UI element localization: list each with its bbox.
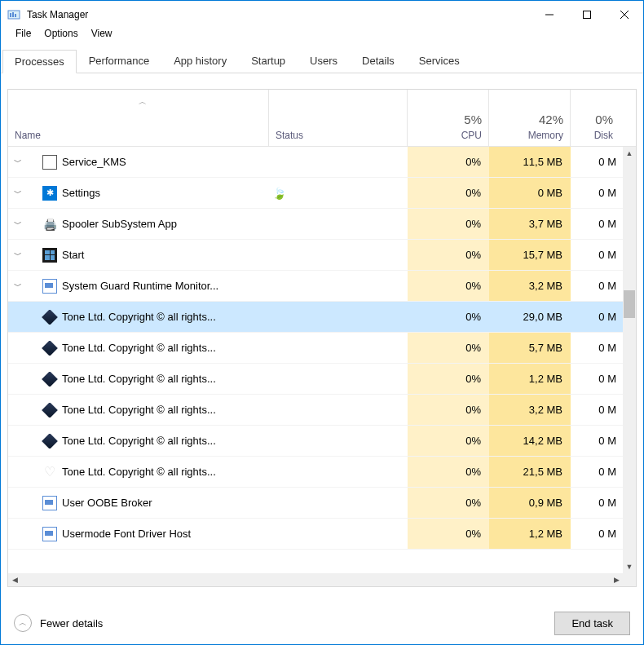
tab-users[interactable]: Users xyxy=(298,49,350,73)
table-row[interactable]: ﹀Start0%15,7 MB0 M xyxy=(8,240,623,271)
scroll-left-icon[interactable]: ◀ xyxy=(8,573,21,586)
expand-icon[interactable]: ﹀ xyxy=(13,219,23,230)
leaf-icon: 🍃 xyxy=(272,187,286,200)
settings-icon: ✱ xyxy=(42,186,57,201)
printer-icon: 🖨️ xyxy=(42,217,57,232)
column-name-label: Name xyxy=(15,130,262,141)
process-name: Tone Ltd. Copyright © all rights... xyxy=(62,466,216,478)
cell-cpu: 0% xyxy=(408,488,489,518)
cell-name: ♡Tone Ltd. Copyright © all rights... xyxy=(8,465,269,479)
vertical-scrollbar[interactable]: ▲ ▼ xyxy=(623,147,636,573)
cell-cpu: 0% xyxy=(408,395,489,425)
close-button[interactable] xyxy=(606,1,643,28)
process-name: User OOBE Broker xyxy=(62,497,152,509)
table-row[interactable]: ♡Tone Ltd. Copyright © all rights...0%21… xyxy=(8,457,623,488)
expand-icon[interactable]: ﹀ xyxy=(13,281,23,292)
cell-cpu: 0% xyxy=(408,209,489,239)
column-cpu[interactable]: 5% CPU xyxy=(408,90,489,146)
menu-view[interactable]: View xyxy=(85,28,119,44)
table-row[interactable]: Tone Ltd. Copyright © all rights...0%14,… xyxy=(8,426,623,457)
table-row[interactable]: Tone Ltd. Copyright © all rights...0%3,2… xyxy=(8,395,623,426)
titlebar: Task Manager xyxy=(1,1,643,28)
cell-name: ﹀🖨️Spooler SubSystem App xyxy=(8,217,269,232)
column-memory-pct: 42% xyxy=(539,113,563,126)
chevron-up-icon: ︿ xyxy=(14,614,32,632)
table-row[interactable]: User OOBE Broker0%0,9 MB0 M xyxy=(8,488,623,519)
maximize-button[interactable] xyxy=(568,1,606,28)
table-row[interactable]: Tone Ltd. Copyright © all rights...0%5,7… xyxy=(8,333,623,364)
tab-processes[interactable]: Processes xyxy=(2,50,77,73)
process-name: System Guard Runtime Monitor... xyxy=(62,280,218,292)
cell-disk: 0 M xyxy=(571,147,620,177)
table-header: ︿ Name Status 5% CPU 42% Memory 0% Disk xyxy=(8,90,636,147)
cell-cpu: 0% xyxy=(408,333,489,363)
fewer-details-label: Fewer details xyxy=(40,617,103,630)
cell-disk: 0 M xyxy=(571,519,620,549)
scroll-down-icon[interactable]: ▼ xyxy=(623,560,636,573)
process-name: Settings xyxy=(62,187,100,199)
process-name: Spooler SubSystem App xyxy=(62,218,177,230)
cell-memory: 14,2 MB xyxy=(489,426,571,456)
cell-disk: 0 M xyxy=(571,488,620,518)
cell-cpu: 0% xyxy=(408,364,489,394)
horizontal-scrollbar[interactable]: ◀ ▶ xyxy=(8,573,623,586)
column-disk-pct: 0% xyxy=(595,113,613,126)
column-status[interactable]: Status xyxy=(269,90,408,146)
cell-cpu: 0% xyxy=(408,271,489,301)
scroll-thumb[interactable] xyxy=(624,290,635,318)
table-row[interactable]: ﹀✱Settings🍃0%0 MB0 M xyxy=(8,178,623,209)
cell-cpu: 0% xyxy=(408,240,489,270)
column-memory[interactable]: 42% Memory xyxy=(489,90,571,146)
table-row[interactable]: ﹀🖨️Spooler SubSystem App0%3,7 MB0 M xyxy=(8,209,623,240)
tab-performance[interactable]: Performance xyxy=(77,49,161,73)
process-name: Tone Ltd. Copyright © all rights... xyxy=(62,435,216,447)
cell-memory: 21,5 MB xyxy=(489,457,571,487)
cell-memory: 15,7 MB xyxy=(489,240,571,270)
cell-name: Usermode Font Driver Host xyxy=(8,527,269,541)
tab-services[interactable]: Services xyxy=(407,49,472,73)
process-name: Start xyxy=(62,249,84,261)
tab-details[interactable]: Details xyxy=(350,49,407,73)
process-name: Tone Ltd. Copyright © all rights... xyxy=(62,404,216,416)
cell-disk: 0 M xyxy=(571,240,620,270)
expand-icon[interactable]: ﹀ xyxy=(13,188,23,199)
cell-name: Tone Ltd. Copyright © all rights... xyxy=(8,310,269,325)
fewer-details-button[interactable]: ︿ Fewer details xyxy=(14,614,103,632)
cell-name: ﹀Service_KMS xyxy=(8,155,269,170)
cell-memory: 3,7 MB xyxy=(489,209,571,239)
tab-startup[interactable]: Startup xyxy=(239,49,298,73)
menu-options[interactable]: Options xyxy=(37,28,84,44)
cell-memory: 5,7 MB xyxy=(489,333,571,363)
minimize-button[interactable] xyxy=(531,1,568,28)
table-row[interactable]: Usermode Font Driver Host0%1,2 MB0 M xyxy=(8,519,623,550)
cell-disk: 0 M xyxy=(571,426,620,456)
scroll-right-icon[interactable]: ▶ xyxy=(610,573,623,586)
column-disk[interactable]: 0% Disk xyxy=(571,90,620,146)
cell-memory: 29,0 MB xyxy=(489,302,571,332)
cell-cpu: 0% xyxy=(408,426,489,456)
expand-icon[interactable]: ﹀ xyxy=(13,250,23,261)
cell-cpu: 0% xyxy=(408,178,489,208)
cell-name: ﹀Start xyxy=(8,248,269,263)
heart-icon: ♡ xyxy=(42,465,57,479)
menu-file[interactable]: File xyxy=(9,28,37,44)
table-row[interactable]: Tone Ltd. Copyright © all rights...0%29,… xyxy=(8,302,623,333)
table-row[interactable]: ﹀Service_KMS0%11,5 MB0 M xyxy=(8,147,623,178)
cell-status: 🍃 xyxy=(269,187,408,200)
cell-name: Tone Ltd. Copyright © all rights... xyxy=(8,434,269,448)
tone-icon xyxy=(42,403,57,417)
cell-disk: 0 M xyxy=(571,457,620,487)
scroll-up-icon[interactable]: ▲ xyxy=(623,147,636,160)
process-name: Tone Ltd. Copyright © all rights... xyxy=(62,342,216,354)
app-icon xyxy=(42,279,57,294)
table-row[interactable]: Tone Ltd. Copyright © all rights...0%1,2… xyxy=(8,364,623,395)
tab-app-history[interactable]: App history xyxy=(161,49,239,73)
cell-name: Tone Ltd. Copyright © all rights... xyxy=(8,341,269,356)
expand-icon[interactable]: ﹀ xyxy=(13,157,23,168)
cell-disk: 0 M xyxy=(571,302,620,332)
table-row[interactable]: ﹀System Guard Runtime Monitor...0%3,2 MB… xyxy=(8,271,623,302)
end-task-button[interactable]: End task xyxy=(554,612,630,635)
cell-name: Tone Ltd. Copyright © all rights... xyxy=(8,403,269,417)
cell-disk: 0 M xyxy=(571,178,620,208)
cell-memory: 1,2 MB xyxy=(489,364,571,394)
